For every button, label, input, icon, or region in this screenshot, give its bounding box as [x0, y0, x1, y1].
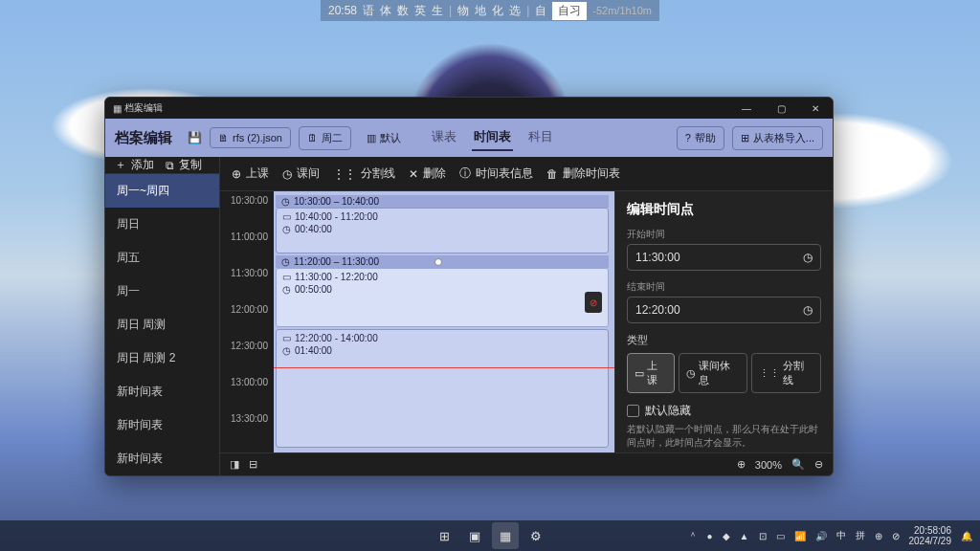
clock-icon: ◷	[282, 283, 291, 296]
sidebar-item[interactable]: 新时间表	[105, 408, 219, 442]
separator-slot[interactable]: ◷10:30:00 – 10:40:00	[276, 195, 609, 208]
battery-icon[interactable]: ▭	[776, 531, 785, 541]
maximize-button[interactable]: ▢	[764, 98, 798, 119]
info-button[interactable]: ⓘ时间表信息	[459, 165, 533, 182]
taskbar-app[interactable]: ▣	[461, 522, 488, 549]
hide-default-checkbox[interactable]: 默认隐藏	[627, 403, 821, 419]
warning-badge[interactable]: ⊘	[585, 292, 602, 313]
type-radio-group: ▭上课 ◷课间休息 ⋮⋮分割线	[627, 353, 821, 393]
sidebar-item[interactable]: 周一~周四	[105, 174, 219, 208]
copy-button[interactable]: ⧉复制	[166, 157, 202, 173]
zoom-out-icon[interactable]: ⊖	[814, 458, 823, 471]
tray-icon[interactable]: ▲	[740, 531, 749, 541]
trash-icon: 🗑	[546, 167, 558, 181]
layout-icon: ▥	[367, 132, 376, 144]
topbar-time: 20:58	[328, 4, 357, 17]
timeline[interactable]: 10:30:0011:00:0011:30:0012:00:0012:30:00…	[220, 191, 614, 452]
window-titlebar[interactable]: ▦ 档案编辑 — ▢ ✕	[105, 98, 833, 119]
start-time-input[interactable]: 11:30:00◷	[627, 244, 821, 271]
ime-indicator[interactable]: 拼	[856, 529, 865, 542]
header-tabs: 课表 时间表 科目	[430, 124, 555, 151]
inspector-title: 编辑时间点	[627, 201, 821, 218]
type-label: 类型	[627, 333, 821, 347]
header: 档案编辑 💾 🗎rfs (2).json 🗓周二 ▥默认 课表 时间表 科目 ?…	[105, 119, 833, 157]
app-icon: ▦	[113, 103, 122, 114]
type-divider-button[interactable]: ⋮⋮分割线	[751, 353, 821, 393]
help-button[interactable]: ?帮助	[677, 126, 724, 150]
tray-icon[interactable]: ⊕	[875, 531, 882, 541]
zoom-level: 300%	[755, 459, 782, 471]
sidebar-item[interactable]: 新时间表	[105, 375, 219, 408]
minimize-button[interactable]: —	[729, 98, 764, 119]
book-icon: ▭	[282, 271, 291, 283]
delete-table-button[interactable]: 🗑删除时间表	[546, 165, 620, 182]
panel-left-icon[interactable]: ◨	[230, 458, 239, 471]
volume-icon[interactable]: 🔊	[815, 531, 827, 541]
hide-default-help: 若默认隐藏一个时间点，那么只有在处于此时间点时，此时间点才会显示。	[627, 423, 821, 450]
sidebar-item[interactable]: 周日 周测	[105, 308, 219, 342]
import-button[interactable]: ⊞从表格导入...	[732, 126, 823, 150]
class-slot-selected[interactable]: ▭11:30:00 - 12:20:00 ◷00:50:00 ⊘	[276, 268, 609, 327]
sidebar-item[interactable]: 周日	[105, 208, 219, 241]
tray-icon[interactable]: ⊡	[759, 531, 767, 541]
delete-button[interactable]: ✕删除	[409, 165, 446, 182]
add-break-button[interactable]: ◷课间	[282, 165, 320, 182]
save-icon[interactable]: 💾	[188, 131, 202, 144]
sidebar-item[interactable]: 新时间表	[105, 442, 219, 475]
sidebar-item[interactable]: 周五	[105, 241, 219, 275]
target-icon[interactable]: ⊕	[737, 458, 746, 471]
notification-icon[interactable]: 🔔	[961, 531, 972, 541]
clock-icon: ◷	[282, 344, 291, 357]
system-tray[interactable]: ＾ ● ◆ ▲ ⊡ ▭ 📶 🔊 中 拼 ⊕ ⊘ 20:58:06 2024/7/…	[688, 525, 972, 546]
class-slot[interactable]: ▭12:20:00 - 14:00:00 ◷01:40:00	[276, 329, 609, 448]
add-class-button[interactable]: ⊕上课	[232, 165, 269, 182]
plus-icon: ＋	[115, 157, 126, 173]
profile-editor-window: ▦ 档案编辑 — ▢ ✕ 档案编辑 💾 🗎rfs (2).json 🗓周二 ▥默…	[104, 97, 834, 476]
type-break-button[interactable]: ◷课间休息	[679, 353, 747, 393]
divider-icon: ⋮⋮	[759, 367, 780, 380]
separator-slot[interactable]: ◷11:20:00 – 11:30:00	[276, 255, 609, 268]
taskbar-app[interactable]: ⚙	[523, 522, 549, 549]
tray-icon[interactable]: ⊘	[892, 531, 900, 541]
sidebar: ＋添加 ⧉复制 周一~周四 周日 周五 周一 周日 周测 周日 周测 2 新时间…	[105, 157, 220, 475]
panel-bottom-icon[interactable]: ⊟	[249, 458, 257, 471]
wifi-icon[interactable]: 📶	[794, 531, 806, 541]
taskbar-clock[interactable]: 20:58:06 2024/7/29	[909, 525, 952, 546]
clock-icon: ◷	[686, 367, 696, 380]
sidebar-item[interactable]: 周日 周测 2	[105, 342, 219, 375]
now-indicator	[274, 367, 614, 368]
zoom-in-icon[interactable]: 🔍	[791, 458, 805, 471]
time-axis: 10:30:0011:00:0011:30:0012:00:0012:30:00…	[220, 191, 274, 452]
tab-subjects[interactable]: 科目	[526, 124, 555, 151]
end-time-input[interactable]: 12:20:00◷	[627, 297, 821, 323]
tray-icon[interactable]: ●	[707, 531, 713, 541]
add-button[interactable]: ＋添加	[115, 157, 154, 173]
calendar-icon: 🗓	[307, 132, 318, 143]
chevron-up-icon[interactable]: ＾	[688, 529, 698, 542]
tray-icon[interactable]: ◆	[723, 531, 730, 541]
drag-handle[interactable]	[434, 258, 442, 266]
clock-icon: ◷	[281, 256, 290, 267]
add-divider-button[interactable]: ⋮⋮分割线	[333, 165, 395, 182]
ime-indicator[interactable]: 中	[836, 529, 846, 542]
header-title: 档案编辑	[115, 129, 172, 147]
close-button[interactable]: ✕	[798, 98, 833, 119]
status-bar: ◨ ⊟ ⊕ 300% 🔍 ⊖	[220, 452, 833, 475]
file-chip[interactable]: 🗎rfs (2).json	[210, 127, 291, 148]
clock-icon: ◷	[803, 303, 813, 317]
divider-icon: ⋮⋮	[333, 167, 356, 181]
inspector-panel: 编辑时间点 开始时间 11:30:00◷ 结束时间 12:20:00◷ 类型 ▭…	[614, 191, 833, 452]
end-time-label: 结束时间	[627, 280, 821, 294]
taskbar[interactable]: ⊞ ▣ ▦ ⚙ ＾ ● ◆ ▲ ⊡ ▭ 📶 🔊 中 拼 ⊕ ⊘ 20:58:06…	[0, 520, 980, 551]
sidebar-item[interactable]: 周一	[105, 275, 219, 308]
class-slot[interactable]: ▭10:40:00 - 11:20:00 ◷00:40:00	[276, 208, 609, 253]
taskbar-app[interactable]: ▦	[492, 522, 519, 549]
type-class-button[interactable]: ▭上课	[627, 353, 675, 393]
start-button[interactable]: ⊞	[431, 522, 457, 549]
timeline-body[interactable]: ◷10:30:00 – 10:40:00 ▭10:40:00 - 11:20:0…	[274, 191, 614, 452]
tab-schedule[interactable]: 课表	[430, 124, 458, 151]
tab-timetable[interactable]: 时间表	[472, 124, 513, 151]
book-icon: ▭	[635, 367, 644, 380]
default-chip[interactable]: ▥默认	[359, 127, 409, 149]
day-chip[interactable]: 🗓周二	[299, 126, 351, 150]
